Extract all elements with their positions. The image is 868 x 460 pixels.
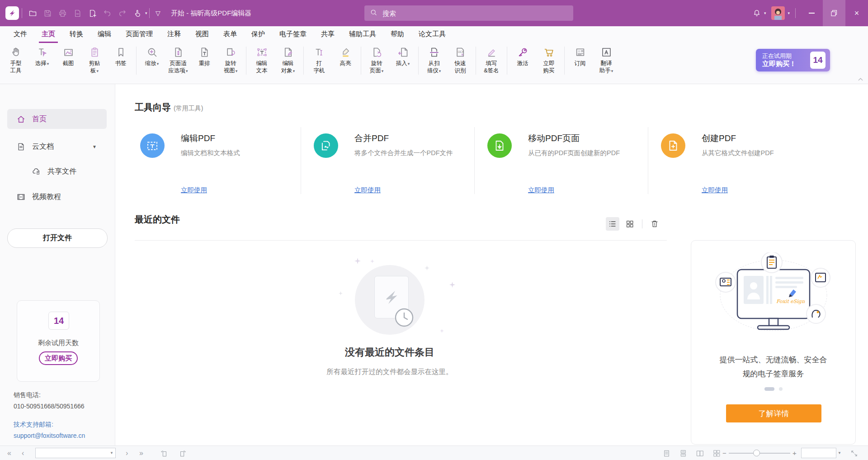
collapse-ribbon-icon[interactable] [856,76,864,82]
notifications-bell-icon[interactable] [750,0,764,26]
ocr-icon: OCR [454,46,467,58]
menu-item-3[interactable]: 编辑 [95,26,114,43]
clear-recent-button[interactable] [648,217,661,231]
ribbon-button-bookmark[interactable]: 书签 [108,43,134,75]
move-pages-icon [487,133,512,158]
ribbon-label-line: 视图 [224,67,235,74]
menu-item-13[interactable]: 论文工具 [416,26,448,43]
expand-caret-icon[interactable]: ▼ [92,144,97,149]
ribbon-button-snapshot[interactable]: 截图 [55,43,81,75]
ribbon-button-edit-text[interactable]: 编辑文本 [249,43,275,75]
buy-now-button[interactable]: 立即购买 [39,351,78,365]
ribbon-button-reflow[interactable]: 重排 [191,43,217,75]
sidebar-item-home[interactable]: 首页 [7,109,107,129]
trial-card: 14 剩余试用天数 立即购买 [17,300,100,382]
page-number-input[interactable] [36,450,110,456]
learn-more-button[interactable]: 了解详情 [726,404,821,422]
add-page-icon[interactable] [85,5,100,22]
menu-item-11[interactable]: 辅助工具 [346,26,379,43]
tool-card-merge-pdf[interactable]: 合并PDF将多个文件合并生成一个PDF文件立即使用 [308,127,471,195]
search-input-wrap[interactable] [364,5,573,21]
zoom-slider-handle[interactable] [753,450,760,456]
single-page-view-button[interactable] [661,448,671,458]
open-file-button[interactable]: 打开文件 [7,228,108,248]
previous-page-button[interactable]: ‹ [22,446,24,460]
ribbon-button-ocr[interactable]: OCR快速识别 [447,43,473,75]
fill-sign-icon [485,46,498,58]
rotate-left-button[interactable] [159,448,169,458]
ribbon-button-zoom[interactable]: 缩放▾ [139,43,165,75]
trial-buy-badge[interactable]: 正在试用期 立即购买！ 14 [756,49,830,71]
facing-view-button[interactable] [695,448,705,458]
sidebar-item-shared-files[interactable]: 共享文件 [7,161,107,181]
dropdown-caret-icon: ▾ [186,69,188,73]
folder-open-icon[interactable] [25,5,40,22]
fit-window-button[interactable] [849,448,859,458]
menu-item-7[interactable]: 表单 [221,26,240,43]
ribbon-button-hand-tool[interactable]: 手型工具 [3,43,29,75]
menu-item-5[interactable]: 注释 [165,26,184,43]
support-email-link[interactable]: support@foxitsoftware.cn [14,431,85,441]
zoom-in-button[interactable]: + [793,446,797,460]
maximize-restore-button[interactable] [823,0,845,26]
facing-continuous-view-button[interactable] [712,448,722,458]
ribbon-button-rotate-pages[interactable]: 旋转页面▾ [363,43,390,75]
ribbon-button-fill-sign[interactable]: 填写&签名 [478,43,505,74]
dropdown-caret-icon: ▾ [408,62,410,66]
sparkle-icon [440,327,444,331]
menu-item-6[interactable]: 视图 [193,26,212,43]
hand-tool-caret-icon[interactable]: ▾ [145,11,147,15]
ribbon-button-rotate-view[interactable]: 旋转视图▾ [217,43,244,75]
hand-pointer-icon[interactable] [130,5,145,22]
account-caret-icon[interactable]: ▾ [788,11,790,15]
sidebar-item-cloud-doc[interactable]: 云文档▼ [7,137,107,156]
zoom-out-button[interactable]: − [722,446,726,460]
page-dropdown-caret-icon[interactable]: ▼ [110,451,113,455]
menu-item-2[interactable]: 转换 [67,26,86,43]
notifications-caret-icon[interactable]: ▾ [764,11,766,15]
customize-toolbar-dropdown-icon[interactable]: ▽ [156,0,160,26]
menu-item-1[interactable]: 主页 [39,26,58,43]
ribbon-button-buy-cart[interactable]: 立即购买 [536,43,562,74]
ribbon-button-typewriter[interactable]: 打字机 [306,43,332,74]
ribbon-button-activate-key[interactable]: 激活 [509,43,536,74]
carousel-dot-active[interactable] [764,387,774,391]
close-button[interactable]: × [845,0,868,26]
sidebar-item-video-tutorial[interactable]: 视频教程 [7,187,107,207]
use-now-link[interactable]: 立即使用 [702,186,728,194]
ribbon-button-highlight[interactable]: 高亮 [332,43,359,74]
ribbon-button-translate[interactable]: 翻译助手▾ [593,43,619,75]
ribbon-button-insert-page[interactable]: 插入▾ [390,43,416,75]
menu-item-4[interactable]: 页面管理 [123,26,156,43]
tool-card-edit-pdf[interactable]: 编辑PDF编辑文档和文本格式立即使用 [135,127,297,195]
carousel-dot[interactable] [779,387,783,391]
ribbon-button-select-cursor[interactable]: 选择▾ [29,43,55,75]
ribbon-button-fit-page[interactable]: 页面适应选项▾ [165,43,191,75]
tool-card-create-pdf[interactable]: 创建PDF从其它格式文件创建PDF立即使用 [656,127,818,195]
grid-view-button[interactable] [623,217,637,231]
menu-item-12[interactable]: 帮助 [388,26,407,43]
continuous-view-button[interactable] [678,448,688,458]
ribbon-button-edit-object[interactable]: 编辑对象▾ [275,43,301,75]
sidebar-item-label: 视频教程 [32,192,61,202]
zoom-dropdown-caret-icon[interactable]: ▼ [838,446,841,460]
use-now-link[interactable]: 立即使用 [354,186,381,194]
list-view-button[interactable] [606,217,619,231]
avatar[interactable] [771,6,785,20]
rotate-right-button[interactable] [177,448,187,458]
menu-item-8[interactable]: 保护 [249,26,268,43]
ribbon-button-subscribe[interactable]: 订阅 [567,43,593,75]
menu-item-10[interactable]: 共享 [318,26,337,43]
first-page-button[interactable]: « [7,446,11,460]
next-page-button[interactable]: › [126,446,128,460]
ribbon-button-scanner[interactable]: 从扫描仪▾ [421,43,447,75]
menu-item-9[interactable]: 电子签章 [277,26,309,43]
menu-item-0[interactable]: 文件 [11,26,30,43]
tool-card-move-pages[interactable]: 移动PDF页面从已有的PDF页面创建新的PDF立即使用 [482,127,645,195]
ribbon-button-clipboard[interactable]: 剪贴板▾ [81,43,108,75]
use-now-link[interactable]: 立即使用 [528,186,554,194]
last-page-button[interactable]: » [139,446,143,460]
minimize-button[interactable] [800,0,823,26]
use-now-link[interactable]: 立即使用 [181,186,207,194]
search-input[interactable] [382,9,568,18]
